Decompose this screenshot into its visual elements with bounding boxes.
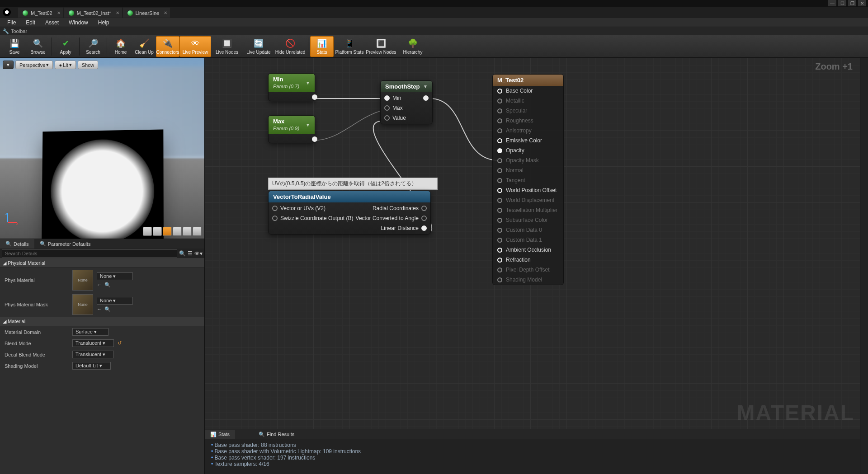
node-min[interactable]: MinParam (0.7)▼ xyxy=(268,73,315,101)
input-pin[interactable] xyxy=(272,216,278,221)
live-nodes-button[interactable]: 🔲Live Nodes xyxy=(211,36,243,57)
button-label: Search xyxy=(86,50,100,55)
connectors-button[interactable]: 🔌Connectors xyxy=(156,36,179,57)
tab-parameter-defaults[interactable]: 🔍 Parameter Defaults xyxy=(34,239,96,249)
output-pin[interactable] xyxy=(421,206,427,211)
input-pin[interactable] xyxy=(497,138,502,143)
browse-icon[interactable]: 🔍 xyxy=(104,282,111,288)
output-pin[interactable] xyxy=(421,216,427,221)
menu-edit[interactable]: Edit xyxy=(21,19,40,27)
material-graph[interactable]: Zoom +1 MATERIAL MinParam (0.7)▼ MaxPara… xyxy=(205,58,860,429)
menu-asset[interactable]: Asset xyxy=(41,19,63,27)
close-icon[interactable]: ✕ xyxy=(116,10,119,15)
property-dropdown[interactable]: Surface ▾ xyxy=(72,328,108,336)
filter-icon[interactable]: ☰ xyxy=(188,250,193,257)
home-button[interactable]: 🏠Home xyxy=(109,36,132,57)
asset-dropdown[interactable]: None ▾ xyxy=(97,297,133,305)
live-preview-button[interactable]: 👁Live Preview xyxy=(179,36,211,57)
stats-line: Base pass shader: 88 instructions xyxy=(211,442,854,448)
browse-icon[interactable]: 🔍 xyxy=(104,306,111,312)
close-button[interactable]: ✕ xyxy=(858,0,866,6)
result-pin-base-color[interactable]: Base Color xyxy=(493,86,563,96)
preview-nodes-button[interactable]: 🔳Preview Nodes xyxy=(365,36,397,57)
search-button[interactable]: 🔎Search xyxy=(81,36,105,57)
section-physical-material[interactable]: ◢ Physical Material xyxy=(0,258,204,268)
viewport-options-button[interactable]: ▾ xyxy=(3,61,14,69)
apply-button[interactable]: ✔Apply xyxy=(54,36,77,57)
comment-box[interactable]: UVの(0.5,0.5)の座標からの距離を取得（値は2倍されてる） xyxy=(268,178,438,190)
connectors-icon: 🔌 xyxy=(162,38,173,49)
pin-label: Subsurface Color xyxy=(506,217,548,223)
input-pin[interactable] xyxy=(384,105,390,111)
hide-unrelated-button[interactable]: 🚫Hide Unrelated xyxy=(274,36,306,57)
tab-details[interactable]: 🔍 Details xyxy=(0,239,34,249)
tab-stats[interactable]: 📊 Stats xyxy=(205,430,235,439)
maximize-button[interactable]: ☐ xyxy=(838,0,846,6)
use-selected-icon[interactable]: ← xyxy=(97,306,102,312)
asset-thumbnail[interactable]: None xyxy=(72,294,93,315)
output-pin[interactable] xyxy=(312,136,317,142)
input-pin[interactable] xyxy=(497,248,502,253)
live-update-button[interactable]: 🔄Live Update xyxy=(243,36,274,57)
pin-label: Min xyxy=(392,95,401,101)
input-pin[interactable] xyxy=(272,206,278,211)
node-result[interactable]: M_Test02 Base ColorMetallicSpecularRough… xyxy=(492,74,564,285)
asset-thumbnail[interactable]: None xyxy=(72,270,93,291)
property-dropdown[interactable]: Translucent ▾ xyxy=(72,351,114,358)
document-tab[interactable]: LinearSine✕ xyxy=(123,8,170,18)
input-pin[interactable] xyxy=(384,95,390,101)
result-pin-emissive-color[interactable]: Emissive Color xyxy=(493,136,563,145)
viewport-shape-buttons[interactable] xyxy=(143,227,202,236)
search-input[interactable] xyxy=(2,249,177,258)
input-pin[interactable] xyxy=(497,89,502,94)
revert-icon[interactable]: ↺ xyxy=(118,340,122,346)
menu-window[interactable]: Window xyxy=(64,19,93,27)
output-pin[interactable] xyxy=(423,95,429,101)
browse-button[interactable]: 🔍Browse xyxy=(26,36,50,57)
result-pin-ambient-occlusion[interactable]: Ambient Occlusion xyxy=(493,245,563,255)
document-tab[interactable]: M_Test02_Inst*✕ xyxy=(64,8,122,18)
node-max[interactable]: MaxParam (0.9)▼ xyxy=(268,115,315,143)
input-pin xyxy=(497,238,502,243)
hierarchy-icon: 🌳 xyxy=(407,38,418,49)
node-vector-to-radial[interactable]: VectorToRadialValue Vector or UVs (V2) R… xyxy=(268,191,431,235)
property-dropdown[interactable]: Translucent ▾ xyxy=(72,339,114,347)
result-pin-opacity[interactable]: Opacity xyxy=(493,145,563,155)
clean-up-button[interactable]: 🧹Clean Up xyxy=(132,36,156,57)
node-smoothstep[interactable]: SmoothStep▼ MinMaxValue xyxy=(380,80,433,124)
close-icon[interactable]: ✕ xyxy=(57,10,61,15)
input-pin[interactable] xyxy=(497,188,502,193)
save-button[interactable]: 💾Save xyxy=(3,36,26,57)
input-pin[interactable] xyxy=(497,258,502,263)
asset-dropdown[interactable]: None ▾ xyxy=(97,272,133,280)
property-dropdown[interactable]: Default Lit ▾ xyxy=(72,362,111,370)
platform-stats-button[interactable]: 📱Platform Stats xyxy=(334,36,365,57)
close-icon[interactable]: ✕ xyxy=(164,10,167,15)
preview-viewport[interactable]: ▾ Perspective ▾ ● Lit ▾ Show zx xyxy=(0,58,204,239)
minimize-button[interactable]: — xyxy=(828,0,836,6)
result-pin-shading-model: Shading Model xyxy=(493,275,563,285)
menu-help[interactable]: Help xyxy=(94,19,114,27)
eye-icon[interactable]: 👁▾ xyxy=(194,250,203,257)
section-material[interactable]: ◢ Material xyxy=(0,317,204,326)
document-tab[interactable]: M_Test02✕ xyxy=(18,8,63,18)
show-button[interactable]: Show xyxy=(78,61,99,69)
input-pin[interactable] xyxy=(384,115,390,121)
input-pin xyxy=(497,277,502,282)
output-pin[interactable] xyxy=(421,225,427,231)
lit-button[interactable]: ● Lit ▾ xyxy=(55,61,75,69)
property-row: Shading Model Default Lit ▾ xyxy=(0,360,204,371)
menu-file[interactable]: File xyxy=(3,19,20,27)
result-pin-refraction[interactable]: Refraction xyxy=(493,255,563,265)
titlebar: — ☐ ❐ ✕ xyxy=(0,0,868,7)
restore-button[interactable]: ❐ xyxy=(848,0,856,6)
output-pin[interactable] xyxy=(312,94,317,100)
hierarchy-button[interactable]: 🌳Hierarchy xyxy=(401,36,425,57)
stats-line: Base pass shader with Volumetric Lightma… xyxy=(211,448,854,455)
result-pin-world-position-offset[interactable]: World Position Offset xyxy=(493,185,563,195)
tab-find-results[interactable]: 🔍 Find Results xyxy=(253,430,300,439)
input-pin[interactable] xyxy=(497,148,502,153)
perspective-button[interactable]: Perspective ▾ xyxy=(15,61,53,69)
use-selected-icon[interactable]: ← xyxy=(97,282,102,288)
stats-button[interactable]: 📊Stats xyxy=(310,36,334,57)
